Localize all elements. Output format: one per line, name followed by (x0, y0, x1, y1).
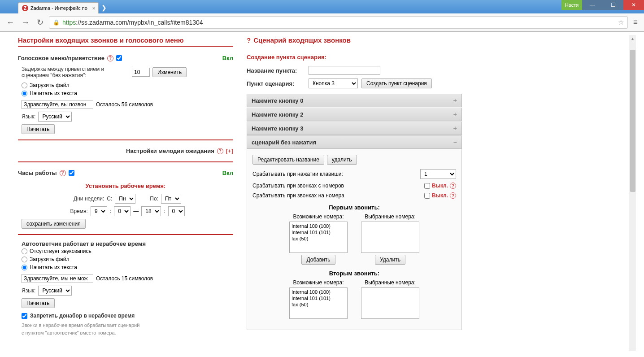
radio-tts2[interactable] (22, 265, 27, 270)
left-column: Настройки входящих звонков и голосового … (18, 36, 233, 357)
tts-input2[interactable] (22, 274, 93, 283)
trigger-key-row: Срабатывать при нажатии клавиши: 1 (252, 169, 456, 179)
browser-tab[interactable]: Z Zadarma - Интерфейс по × (18, 2, 99, 13)
chars-left: Осталось 56 символов (96, 101, 153, 108)
add-button-1[interactable]: Добавить (301, 255, 335, 265)
reload-button[interactable]: ↻ (35, 17, 45, 28)
accordion-no-press[interactable]: сценарий без нажатия− (247, 135, 462, 149)
possible-listbox-1[interactable]: Internal 100 (100) Internal 101 (101) fa… (289, 222, 348, 253)
menu-icon[interactable]: ≡ (631, 18, 640, 27)
save-button[interactable]: сохранить изменения (22, 219, 86, 229)
deny-note: Звонки в нерабочее время обрабатывает сц… (18, 322, 233, 336)
chars-left2: Осталось 15 символов (96, 275, 153, 282)
radio-tts[interactable] (22, 91, 27, 96)
tts-input[interactable] (22, 100, 93, 109)
scrollbar[interactable]: ▴ (629, 35, 636, 351)
help-icon[interactable]: ? (450, 192, 456, 199)
deny-checkbox[interactable] (22, 313, 27, 319)
plus-icon: + (453, 111, 457, 118)
toolbar: ← → ↻ 🔒 https://ss.zadarma.com/mypbx/in_… (0, 13, 644, 31)
delay-input[interactable] (132, 68, 150, 77)
accordion-button-0[interactable]: Нажмите кнопку 0+ (247, 94, 462, 107)
help-icon[interactable]: ? (60, 170, 66, 176)
voice-menu-header: Голосовое меню/приветствие ? Вкл (18, 53, 233, 63)
accordion-button-2[interactable]: Нажмите кнопку 2+ (247, 108, 462, 121)
set-time-label: Установить рабочее время: (18, 181, 233, 191)
selected-listbox-1[interactable] (361, 222, 419, 253)
name-input[interactable] (309, 66, 380, 75)
help-icon[interactable]: ? (450, 183, 456, 189)
possible-listbox-2[interactable]: Internal 100 (100) Internal 101 (101) fa… (289, 287, 348, 319)
forward-button[interactable]: → (20, 17, 31, 28)
create-point-button[interactable]: Создать пункт сценария (361, 78, 432, 88)
lang-select[interactable]: Русский (38, 112, 72, 122)
page-content: Настройки входящих звонков и голосового … (0, 32, 644, 357)
scroll-thumb[interactable] (630, 50, 635, 192)
url-text: https://ss.zadarma.com/mypbx/in_calls#it… (62, 19, 618, 26)
lock-icon: 🔒 (53, 19, 60, 26)
lang-row: Язык: Русский (18, 112, 233, 122)
delay-row: Задержка между приветствием и сценарием … (18, 66, 233, 78)
tab-bar: Z Zadarma - Интерфейс по × ❯ Настя — ☐ ✕ (0, 0, 644, 13)
selected-listbox-2[interactable] (361, 287, 419, 319)
delay-label: Задержка между приветствием и сценарием … (22, 66, 129, 78)
read-button[interactable]: Начитать (22, 124, 55, 134)
scroll-up-arrow[interactable]: ▴ (629, 35, 636, 42)
voice-menu-toggle[interactable] (116, 55, 122, 61)
window-controls: Настя — ☐ ✕ (561, 0, 644, 10)
divider (18, 234, 233, 235)
day-from-select[interactable]: Пн (115, 194, 135, 204)
hour-to-select[interactable]: 18 (141, 206, 161, 216)
work-hours-state: Вкл (222, 170, 233, 176)
create-label: Создание пункта сценария: (247, 52, 462, 62)
radio-upload2[interactable] (22, 257, 27, 262)
name-row: Название пункта: (247, 66, 462, 75)
plus-icon: + (453, 125, 457, 132)
maximize-button[interactable]: ☐ (603, 0, 623, 10)
divider (18, 139, 233, 140)
help-icon[interactable]: ? (247, 36, 251, 44)
help-icon[interactable]: ? (107, 55, 113, 61)
hour-from-select[interactable]: 9 (91, 206, 107, 216)
trigger-key-select[interactable]: 1 (420, 169, 456, 179)
right-column: ? Сценарий входящих звонков Создание пун… (247, 36, 462, 357)
help-icon[interactable]: ? (217, 148, 223, 154)
close-icon[interactable]: × (92, 5, 96, 12)
min-from-select[interactable]: 0 (114, 206, 131, 216)
hold-music-header: Настройки мелодии ожидания ? [+] (18, 146, 233, 156)
day-to-select[interactable]: Пт (161, 194, 181, 204)
radio-none[interactable] (22, 248, 27, 254)
time-row: Время: 9 : 0 — 18 : 0 (18, 206, 233, 216)
tab-title: Zadarma - Интерфейс по (30, 5, 87, 11)
radio-upload-row: Загрузить файл (18, 81, 233, 89)
days-row: Дни недели: С: Пн По: Пт (18, 194, 233, 204)
trigger-from-checkbox[interactable] (424, 183, 430, 189)
window-close-button[interactable]: ✕ (623, 0, 644, 10)
left-title: Настройки входящих звонков и голосового … (18, 36, 233, 47)
edit-name-button[interactable]: Редактировать название (252, 155, 324, 165)
accordion-button-3[interactable]: Нажмите кнопку 3+ (247, 122, 462, 135)
read-button2[interactable]: Начитать (22, 298, 55, 308)
site-icon: Z (22, 5, 28, 11)
point-select[interactable]: Кнопка 3 (309, 78, 358, 88)
delete-button[interactable]: удалить (327, 155, 357, 165)
new-tab-button[interactable]: ❯ (99, 2, 109, 13)
lang-select2[interactable]: Русский (38, 286, 72, 296)
answering-title: Автоответчик работает в нерабочее время (18, 240, 233, 247)
trigger-to-checkbox[interactable] (424, 193, 430, 199)
radio-upload[interactable] (22, 83, 27, 88)
user-badge[interactable]: Настя (561, 0, 582, 10)
expand-icon[interactable]: [+] (226, 148, 233, 154)
accordion-body: Редактировать название удалить Срабатыва… (247, 149, 462, 330)
remove-button-1[interactable]: Удалить (375, 255, 405, 265)
second-call-picker: Вторым звонить: Возможные номера: Intern… (252, 270, 456, 319)
minus-icon: − (453, 139, 457, 146)
minimize-button[interactable]: — (582, 0, 603, 10)
min-to-select[interactable]: 0 (168, 206, 185, 216)
work-hours-toggle[interactable] (69, 170, 74, 176)
url-bar[interactable]: 🔒 https://ss.zadarma.com/mypbx/in_calls#… (49, 16, 628, 29)
back-button[interactable]: ← (4, 17, 16, 28)
bookmark-icon[interactable]: ☆ (618, 18, 624, 26)
voice-menu-state: Вкл (222, 55, 233, 61)
change-button[interactable]: Изменить (152, 67, 187, 77)
